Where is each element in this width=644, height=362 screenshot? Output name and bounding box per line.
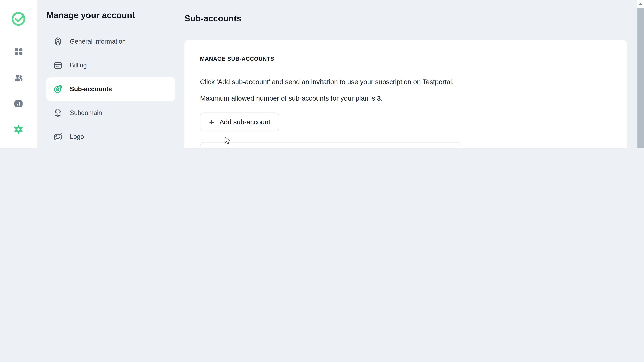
max-number: 3 (377, 94, 381, 102)
sub-accounts-table: EMAIL: (200, 142, 461, 148)
credit-card-icon (53, 60, 63, 70)
users-icon (14, 73, 24, 83)
rail-settings-button[interactable] (0, 124, 37, 134)
testportal-logo[interactable] (0, 11, 37, 27)
testportal-check-logo-icon (11, 11, 26, 27)
results-chart-icon (14, 98, 24, 108)
invitation-instructions-text: Click 'Add sub-account' and send an invi… (200, 78, 454, 86)
sidebar-item-billing[interactable]: Billing (46, 53, 176, 77)
person-plus-icon (53, 84, 63, 94)
domain-tree-icon (53, 108, 63, 118)
rail-dashboard-button[interactable] (0, 47, 37, 56)
manage-sub-accounts-section-title: MANAGE SUB-ACCOUNTS (200, 56, 274, 62)
sidebar-item-label: General information (70, 38, 126, 45)
icon-rail: ? (0, 0, 37, 148)
scrollbar-thumb[interactable] (638, 8, 644, 148)
sidebar-item-sub-accounts[interactable]: Sub-accounts (46, 77, 176, 101)
sidebar-item-label: Billing (70, 62, 87, 69)
settings-gear-icon (14, 124, 24, 134)
sidebar-item-label: Subdomain (70, 109, 102, 116)
rail-users-button[interactable] (0, 73, 37, 83)
person-badge-icon (53, 36, 63, 46)
sidebar-item-general-information[interactable]: General information (46, 30, 176, 53)
add-sub-account-button-label: Add sub-account (219, 118, 270, 126)
sidebar-item-subdomain[interactable]: Subdomain (46, 101, 176, 125)
image-edit-icon (53, 132, 63, 142)
page-title: Sub-accounts (184, 14, 242, 24)
sub-accounts-table-header: EMAIL: (200, 142, 461, 148)
max-text-prefix: Maximum allowed number of sub-accounts f… (200, 94, 377, 102)
sidebar-item-label: Logo (70, 133, 84, 140)
manage-sub-accounts-card: MANAGE SUB-ACCOUNTS Click 'Add sub-accou… (184, 40, 627, 148)
plus-icon: + (209, 118, 214, 126)
sidebar-title: Manage your account (46, 10, 135, 20)
max-text-suffix: . (381, 94, 383, 102)
add-sub-account-button[interactable]: + Add sub-account (200, 112, 280, 132)
sidebar-item-logo[interactable]: Logo (46, 125, 176, 148)
max-sub-accounts-text: Maximum allowed number of sub-accounts f… (200, 94, 383, 102)
scrollbar[interactable] (638, 0, 644, 148)
account-menu: General information Billing (46, 30, 176, 148)
testportal-account-settings-window: ? Manage your account (0, 0, 644, 148)
sidebar-item-label: Sub-accounts (70, 85, 112, 93)
scrollbar-up-arrow[interactable] (638, 0, 644, 8)
rail-results-button[interactable] (0, 98, 37, 108)
dashboard-grid-icon (14, 47, 23, 56)
